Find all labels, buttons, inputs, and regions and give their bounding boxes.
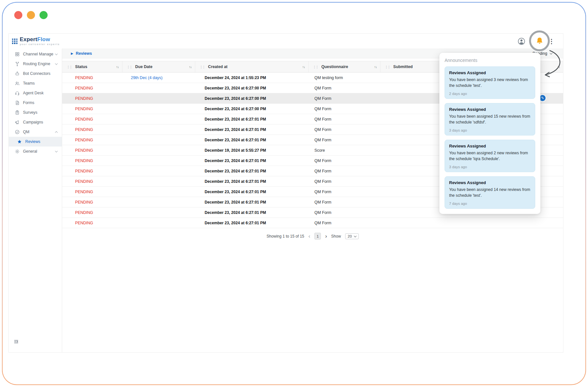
minimize-window-button[interactable]	[27, 11, 35, 19]
status-cell: PENDING	[62, 83, 122, 93]
sidebar-item-bot-connectors[interactable]: Bot Connectors	[9, 69, 62, 78]
created-at-cell: December 23, 2024 at 6:27:01 PM	[195, 207, 308, 218]
chevron-up-icon	[55, 131, 58, 134]
sort-icon[interactable]: ↑↓	[302, 65, 305, 69]
due-date-cell	[122, 145, 195, 156]
created-at-cell: December 23, 2024 at 6:27:00 PM	[195, 83, 308, 93]
created-at-cell: December 23, 2024 at 6:27:01 PM	[195, 197, 308, 207]
status-cell: PENDING	[62, 156, 122, 166]
announcements-list: Reviews AssignedYou have been assigned 3…	[445, 66, 535, 209]
created-at-cell: December 23, 2024 at 6:27:00 PM	[195, 104, 308, 114]
status-cell: PENDING	[62, 135, 122, 145]
created-at-cell: December 23, 2024 at 6:27:01 PM	[195, 187, 308, 197]
sidebar-item-campaigns[interactable]: Campaigns	[9, 117, 62, 127]
sort-icon[interactable]: ↑↓	[557, 65, 560, 69]
chevron-down-icon	[55, 62, 58, 64]
created-at-cell: December 24, 2024 at 1:55:23 PM	[195, 73, 308, 83]
sort-icon[interactable]: ↑↓	[374, 65, 377, 69]
announcement-card-time: 3 days ago	[449, 165, 531, 169]
due-date-cell	[122, 124, 195, 135]
due-date-cell	[122, 135, 195, 145]
current-page-button[interactable]: 1	[314, 233, 321, 240]
announcement-card[interactable]: Reviews AssignedYou have been assigned 3…	[445, 66, 535, 99]
questionnaire-cell: QM Form	[308, 104, 380, 114]
prev-page-button[interactable]: ‹	[308, 233, 310, 239]
created-at-cell: December 23, 2024 at 6:27:00 PM	[195, 93, 308, 104]
chevron-down-icon	[55, 52, 58, 55]
announcement-card-body: You have been assigned 3 new reviews fro…	[449, 77, 531, 89]
page-size-value: 20	[348, 234, 352, 238]
column-header-due-date[interactable]: ⋮⋮Due Date↑↓	[122, 61, 195, 73]
table-row[interactable]: PENDINGDecember 23, 2024 at 6:27:01 PMQM…	[62, 218, 563, 228]
created-at-cell: December 23, 2024 at 6:27:01 PM	[195, 166, 308, 176]
sidebar-item-label: Routing Engine	[23, 62, 53, 66]
column-header-status[interactable]: ⋮⋮Status↑↓	[62, 61, 122, 73]
notifications-spotlight-ring	[529, 30, 550, 51]
drag-handle-icon: ⋮⋮	[127, 65, 132, 69]
status-cell: PENDING	[62, 187, 122, 197]
breadcrumb-arrow-icon: ▶	[71, 52, 73, 55]
due-date-cell	[122, 218, 195, 228]
announcement-card-title: Reviews Assigned	[449, 70, 531, 75]
sort-icon[interactable]: ↑↓	[189, 65, 192, 69]
sidebar-item-channel-manager[interactable]: Channel Manager	[9, 49, 62, 59]
sidebar-item-label: Teams	[23, 81, 59, 86]
breadcrumb[interactable]: ▶ Reviews	[71, 51, 92, 56]
announcement-card-time: 2 days ago	[449, 92, 531, 96]
brand-text: ExpertFlow your callcenter experts	[20, 37, 60, 46]
chevron-down-icon	[354, 234, 356, 237]
routing-icon	[15, 62, 20, 66]
questionnaire-cell: QM Form	[308, 83, 380, 93]
questionnaire-cell: QM Form	[308, 114, 380, 124]
sidebar-item-teams[interactable]: Teams	[9, 78, 62, 88]
status-cell: PENDING	[62, 114, 122, 124]
sidebar: Channel Manager Routing Engine Bot Conne…	[9, 49, 62, 353]
due-date-cell	[122, 176, 195, 187]
due-date-link[interactable]: 29th Dec (4 days)	[131, 76, 163, 80]
due-date-cell	[122, 156, 195, 166]
announcement-card-body: You have been assigned 14 new reviews fr…	[449, 187, 531, 199]
announcement-card[interactable]: Reviews AssignedYou have been assigned 1…	[445, 103, 535, 135]
clipboard-icon	[15, 110, 20, 115]
questionnaire-cell: QM Form	[308, 187, 380, 197]
close-window-button[interactable]	[14, 11, 22, 19]
bot-icon	[15, 71, 20, 76]
collapse-sidebar-icon[interactable]	[14, 339, 19, 344]
announcement-card-body: You have been assigned 2 new reviews fro…	[449, 150, 531, 162]
status-cell: PENDING	[62, 197, 122, 207]
announcement-card-body: You have been assigned 15 new reviews fr…	[449, 113, 531, 125]
sort-icon[interactable]: ↑↓	[116, 65, 119, 69]
column-header-questionnaire[interactable]: ⋮⋮Questionnaire↑↓	[308, 61, 380, 73]
drag-handle-icon: ⋮⋮	[200, 65, 205, 69]
sidebar-item-qm[interactable]: QM	[9, 127, 62, 137]
questionnaire-cell: QM Form	[308, 166, 380, 176]
announcement-card[interactable]: Reviews AssignedYou have been assigned 1…	[445, 176, 535, 209]
due-date-cell: 29th Dec (4 days)	[122, 73, 195, 83]
status-cell: PENDING	[62, 124, 122, 135]
sidebar-item-surveys[interactable]: Surveys	[9, 108, 62, 117]
due-date-cell	[122, 197, 195, 207]
brand-logo: ExpertFlow your callcenter experts	[12, 37, 60, 46]
sidebar-item-forms[interactable]: Forms	[9, 98, 62, 108]
sidebar-item-reviews[interactable]: Reviews	[9, 137, 62, 147]
column-header-created-at[interactable]: ⋮⋮Created at↑↓	[195, 61, 308, 73]
questionnaire-cell: QM Form	[308, 156, 380, 166]
next-page-button[interactable]: ›	[325, 233, 327, 239]
sidebar-item-general[interactable]: General	[9, 147, 62, 156]
user-avatar-icon[interactable]	[518, 38, 525, 45]
page-size-select[interactable]: 20	[345, 233, 359, 239]
questionnaire-cell: QM Form	[308, 197, 380, 207]
traffic-lights	[14, 11, 48, 19]
brand-name: ExpertFlow	[20, 37, 60, 42]
sidebar-item-label: QM	[23, 130, 53, 134]
status-cell: PENDING	[62, 166, 122, 176]
sidebar-item-routing-engine[interactable]: Routing Engine	[9, 59, 62, 69]
star-icon	[17, 139, 22, 144]
zoom-window-button[interactable]	[40, 11, 48, 19]
announcement-card[interactable]: Reviews AssignedYou have been assigned 2…	[445, 140, 535, 172]
announcement-card-title: Reviews Assigned	[449, 180, 531, 185]
sidebar-item-agent-desk[interactable]: Agent Desk	[9, 88, 62, 98]
created-at-cell: December 23, 2024 at 6:27:01 PM	[195, 124, 308, 135]
notification-bell-icon[interactable]	[535, 37, 544, 45]
due-date-cell	[122, 166, 195, 176]
